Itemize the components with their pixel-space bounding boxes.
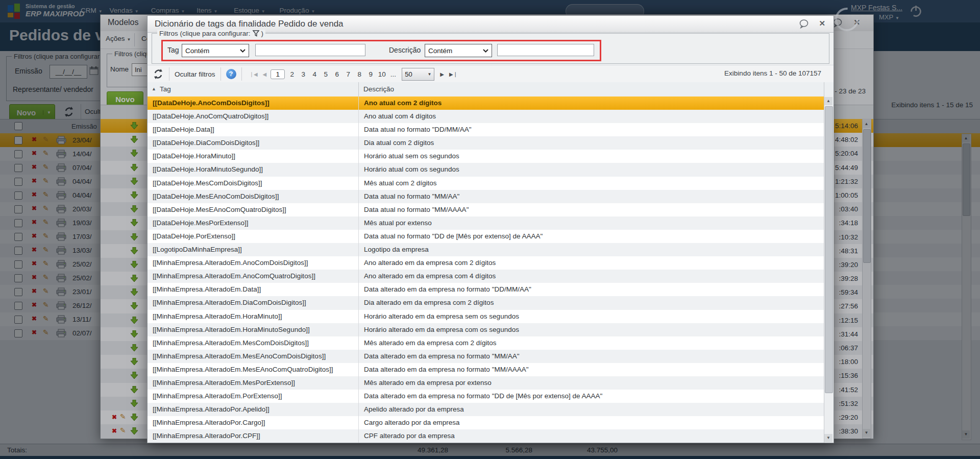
desc-cell: Apelido alterado por da empresa — [359, 403, 834, 416]
close-icon[interactable]: ✕ — [819, 19, 825, 28]
desc-cell: Mês alterado em da empresa por extenso — [359, 376, 834, 390]
table-row[interactable]: [[DataDeHoje.PorExtenso]]Data atual no f… — [148, 230, 834, 243]
table-row[interactable]: [[DataDeHoje.DiaComDoisDigitos]]Dia atua… — [148, 136, 834, 150]
funnel-icon — [252, 30, 260, 37]
page-size-select[interactable]: 50 ▼ — [402, 68, 434, 81]
tag-cell: [[MinhaEmpresa.AlteradoEm.HoraMinutoSegu… — [148, 323, 359, 336]
table-row[interactable]: [[MinhaEmpresa.AlteradoEm.Data]]Data alt… — [148, 283, 834, 296]
desc-cell: Horário alterado em da empresa com os se… — [359, 323, 834, 336]
modal-title: Dicionário de tags da finalidade Pedido … — [155, 19, 344, 29]
table-row[interactable]: [[DataDeHoje.MesEAnoComDoisDigitos]]Data… — [148, 190, 834, 203]
chevron-down-icon — [483, 49, 488, 53]
desc-cell: Data atual no formato "DD/MM/AA" — [359, 123, 834, 136]
desc-cell: Mês atual com 2 dígitos — [359, 177, 834, 190]
ocultar-filtros-button[interactable]: Ocultar filtros — [175, 70, 215, 78]
desc-cell: Dia atual com 2 dígitos — [359, 136, 834, 150]
tag-cell: [[MinhaEmpresa.AlteradoEm.HoraMinuto]] — [148, 310, 359, 323]
tag-cell: [[MinhaEmpresa.AlteradoEm.DiaComDoisDigi… — [148, 296, 359, 309]
page-button-7[interactable]: 7 — [344, 70, 352, 78]
first-page-icon[interactable]: ❘◀ — [250, 71, 258, 77]
tag-cell: [[DataDeHoje.AnoComDoisDigitos]] — [148, 96, 359, 110]
table-row[interactable]: [[MinhaEmpresa.AlteradoPor.Apelido]]Apel… — [148, 403, 834, 416]
page-button-1[interactable]: 1 — [271, 69, 285, 79]
modal-filters-legend[interactable]: Filtros (clique para configurar: ) — [157, 30, 265, 37]
table-row[interactable]: [[DataDeHoje.MesEAnoComQuatroDigitos]]Da… — [148, 203, 834, 216]
tag-cell: [[MinhaEmpresa.AlteradoEm.Data]] — [148, 283, 359, 296]
pagination-pages: 12345678910 — [269, 69, 387, 79]
table-row[interactable]: [[DataDeHoje.HoraMinuto]]Horário atual s… — [148, 150, 834, 163]
scrollbar-thumb[interactable] — [825, 106, 833, 393]
app-frame: Sistema de gestão ERP MAXIPROD CRM▼Venda… — [0, 0, 980, 459]
page-button-2[interactable]: 2 — [288, 70, 296, 78]
table-row[interactable]: [[DataDeHoje.MesComDoisDigitos]]Mês atua… — [148, 177, 834, 190]
table-row[interactable]: [[MinhaEmpresa.AlteradoEm.AnoComDoisDigi… — [148, 256, 834, 270]
desc-filter-input[interactable] — [497, 44, 594, 56]
column-header-tag[interactable]: ▲ Tag — [148, 82, 359, 96]
table-row[interactable]: [[LogotipoDaMinhaEmpresa]]Logotipo da em… — [148, 243, 834, 256]
page-button-5[interactable]: 5 — [322, 70, 330, 78]
refresh-icon[interactable] — [153, 68, 164, 80]
last-page-icon[interactable]: ▶❘ — [449, 71, 457, 77]
prev-page-icon[interactable]: ◀ — [263, 71, 267, 77]
page-button-8[interactable]: 8 — [355, 70, 363, 78]
desc-cell: Ano alterado em da empresa com 4 dígitos — [359, 270, 834, 283]
tag-filter-label: Tag — [167, 46, 179, 54]
tag-cell: [[DataDeHoje.MesEAnoComDoisDigitos]] — [148, 190, 359, 203]
table-row[interactable]: [[MinhaEmpresa.AlteradoEm.DiaComDoisDigi… — [148, 296, 834, 309]
desc-cell: Logotipo da empresa — [359, 243, 834, 256]
tag-cell: [[DataDeHoje.DiaComDoisDigitos]] — [148, 136, 359, 150]
table-row[interactable]: [[MinhaEmpresa.AlteradoPor.CPF]]CPF alte… — [148, 429, 834, 443]
table-row[interactable]: [[DataDeHoje.MesPorExtenso]]Mês atual po… — [148, 216, 834, 230]
tags-table-body: [[DataDeHoje.AnoComDoisDigitos]]Ano atua… — [148, 96, 834, 443]
desc-cell: CPF alterado por da empresa — [359, 429, 834, 443]
table-row[interactable]: [[MinhaEmpresa.AlteradoEm.MesComDoisDigi… — [148, 336, 834, 350]
toolbar-separator — [169, 67, 169, 81]
table-row[interactable]: [[MinhaEmpresa.AlteradoEm.MesEAnoComQuat… — [148, 363, 834, 376]
table-row[interactable]: [[DataDeHoje.Data]]Data atual no formato… — [148, 123, 834, 136]
page-button-9[interactable]: 9 — [366, 70, 375, 78]
desc-cell: Horário atual sem os segundos — [359, 150, 834, 163]
tag-cell: [[MinhaEmpresa.AlteradoEm.AnoComQuatroDi… — [148, 270, 359, 283]
table-row[interactable]: [[DataDeHoje.HoraMinutoSegundo]]Horário … — [148, 163, 834, 176]
tag-cell: [[MinhaEmpresa.AlteradoEm.MesEAnoComDois… — [148, 350, 359, 363]
tag-cell: [[DataDeHoje.MesPorExtenso]] — [148, 216, 359, 230]
desc-cell: Cargo alterado por da empresa — [359, 416, 834, 429]
tag-cell: [[MinhaEmpresa.AlteradoPor.CPF]] — [148, 429, 359, 443]
table-row[interactable]: [[MinhaEmpresa.AlteradoEm.HoraMinutoSegu… — [148, 323, 834, 336]
scroll-down-icon[interactable]: ▼ — [824, 434, 832, 442]
scroll-up-icon[interactable]: ▲ — [824, 97, 832, 105]
page-button-3[interactable]: 3 — [299, 70, 307, 78]
feedback-bubble-icon[interactable] — [799, 19, 809, 29]
help-icon[interactable]: ? — [226, 69, 236, 79]
pagination-ellipsis[interactable]: ... — [389, 70, 397, 78]
desc-cell: Ano alterado em da empresa com 2 dígitos — [359, 256, 834, 270]
desc-cell: Data atual no formato "DD de [Mês por ex… — [359, 230, 834, 243]
table-row[interactable]: [[MinhaEmpresa.AlteradoEm.PorExtenso]]Da… — [148, 390, 834, 403]
tag-filter-input[interactable] — [255, 44, 365, 56]
next-page-icon[interactable]: ▶ — [440, 71, 444, 77]
page-button-4[interactable]: 4 — [310, 70, 318, 78]
desc-cell: Horário alterado em da empresa sem os se… — [359, 310, 834, 323]
table-row[interactable]: [[MinhaEmpresa.AlteradoEm.MesPorExtenso]… — [148, 376, 834, 390]
tags-scrollbar[interactable]: ▲ ▼ — [824, 96, 834, 443]
page-button-10[interactable]: 10 — [378, 70, 386, 78]
tag-filter-operator-select[interactable]: Contém — [182, 44, 249, 57]
table-row[interactable]: [[MinhaEmpresa.AlteradoEm.HoraMinuto]]Ho… — [148, 310, 834, 323]
page-button-6[interactable]: 6 — [333, 70, 341, 78]
column-header-desc[interactable]: Descrição — [358, 82, 824, 96]
table-row[interactable]: [[DataDeHoje.AnoComDoisDigitos]]Ano atua… — [148, 96, 834, 110]
tag-cell: [[DataDeHoje.HoraMinutoSegundo]] — [148, 163, 359, 176]
tag-cell: [[MinhaEmpresa.AlteradoEm.AnoComDoisDigi… — [148, 256, 359, 270]
table-row[interactable]: [[MinhaEmpresa.AlteradoPor.Cargo]]Cargo … — [148, 416, 834, 429]
modal-filters-fieldset: Filtros (clique para configurar: ) Tag C… — [152, 33, 829, 64]
table-row[interactable]: [[DataDeHoje.AnoComQuatroDigitos]]Ano at… — [148, 110, 834, 123]
desc-filter-operator-select[interactable]: Contém — [425, 44, 492, 57]
desc-cell: Mês alterado em da empresa com 2 dígitos — [359, 336, 834, 350]
table-row[interactable]: [[MinhaEmpresa.AlteradoEm.MesEAnoComDois… — [148, 350, 834, 363]
tag-cell: [[DataDeHoje.AnoComQuatroDigitos]] — [148, 110, 359, 123]
desc-cell: Ano atual com 4 dígitos — [359, 110, 834, 123]
tag-cell: [[DataDeHoje.PorExtenso]] — [148, 230, 359, 243]
filter-highlight-box: Tag Contém Descrição Contém — [161, 40, 601, 61]
desc-cell: Dia alterado em da empresa com 2 dígitos — [359, 296, 834, 309]
table-row[interactable]: [[MinhaEmpresa.AlteradoEm.AnoComQuatroDi… — [148, 270, 834, 283]
